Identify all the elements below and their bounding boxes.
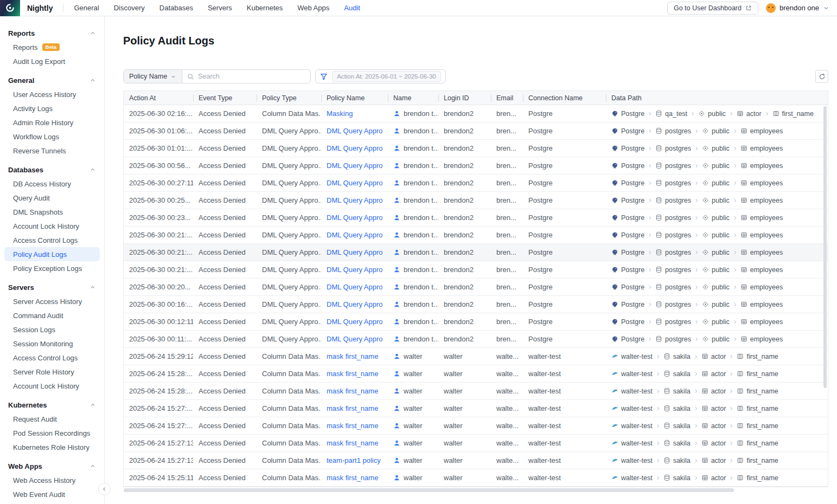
sidebar-item-access-control-logs[interactable]: Access Control Logs [4, 233, 100, 247]
policy-name-link[interactable]: DML Query Appro... [327, 283, 382, 291]
sidebar-item-pod-session-recordings[interactable]: Pod Session Recordings [4, 426, 100, 440]
sidebar-item-query-audit[interactable]: Query Audit [4, 191, 100, 205]
policy-name-link[interactable]: DML Query Appro... [327, 266, 382, 274]
refresh-button[interactable] [815, 70, 828, 83]
nav-discovery[interactable]: Discovery [114, 4, 145, 12]
sidebar-item-access-control-logs[interactable]: Access Control Logs [4, 351, 100, 365]
nav-general[interactable]: General [74, 4, 99, 12]
sidebar-item-db-access-history[interactable]: DB Access History [4, 177, 100, 191]
table-row[interactable]: 2025-06-30 00:27:11 Access Denied DML Qu… [124, 175, 828, 192]
policy-name-link[interactable]: DML Query Appro... [327, 318, 382, 326]
sidebar-item-kubernetes-role-history[interactable]: Kubernetes Role History [4, 440, 100, 454]
sidebar-item-activity-logs[interactable]: Activity Logs [4, 101, 100, 115]
policy-name-link[interactable]: DML Query Appro... [327, 214, 382, 222]
column-header-login-id[interactable]: Login ID [438, 91, 491, 105]
table-row[interactable]: 2025-06-30 00:12:11 Access Denied DML Qu… [124, 313, 828, 331]
table-row[interactable]: 2025-06-24 15:28:... Access Denied Colum… [124, 365, 828, 383]
app-logo[interactable] [0, 0, 20, 16]
sidebar-item-account-lock-history[interactable]: Account Lock History [4, 379, 100, 393]
sidebar-item-account-lock-history[interactable]: Account Lock History [4, 219, 100, 233]
sidebar-section-header-kubernetes[interactable]: Kubernetes [0, 398, 104, 412]
table-row[interactable]: 2025-06-24 15:27:13 Access Denied Column… [124, 435, 828, 452]
nav-web-apps[interactable]: Web Apps [297, 4, 329, 12]
sidebar-item-server-access-history[interactable]: Server Access History [4, 294, 100, 308]
policy-name-link[interactable]: mask first_name [327, 352, 378, 360]
column-header-connection-name[interactable]: Connection Name [523, 91, 606, 105]
table-row[interactable]: 2025-06-30 01:01:... Access Denied DML Q… [124, 140, 828, 157]
sidebar-item-session-monitoring[interactable]: Session Monitoring [4, 337, 100, 351]
policy-name-link[interactable]: mask first_name [327, 370, 378, 378]
sidebar-collapse-button[interactable] [98, 483, 111, 495]
table-row[interactable]: 2025-06-30 00:25... Access Denied DML Qu… [124, 192, 828, 209]
policy-name-link[interactable]: DML Query Appro... [327, 127, 382, 135]
policy-name-link[interactable]: DML Query Appro... [327, 161, 382, 170]
column-header-email[interactable]: Email [491, 91, 523, 105]
column-header-policy-type[interactable]: Policy Type [257, 91, 321, 105]
sidebar-item-user-access-history[interactable]: User Access History [4, 87, 100, 101]
table-row[interactable]: 2025-06-30 00:11:... Access Denied DML Q… [124, 331, 828, 348]
policy-name-link[interactable]: DML Query Appro... [327, 179, 382, 187]
column-header-data-path[interactable]: Data Path [606, 91, 828, 105]
table-row[interactable]: 2025-06-30 00:16:... Access Denied DML Q… [124, 296, 828, 313]
table-row[interactable]: 2025-06-24 15:27:13 Access Denied Column… [124, 452, 828, 469]
column-header-event-type[interactable]: Event Type [193, 91, 257, 105]
sidebar-section-header-reports[interactable]: Reports [0, 26, 104, 40]
policy-name-link[interactable]: mask first_name [327, 474, 378, 482]
policy-name-link[interactable]: DML Query Appro... [327, 231, 382, 239]
policy-name-link[interactable]: mask first_name [327, 439, 378, 447]
sidebar-item-dml-snapshots[interactable]: DML Snapshots [4, 205, 100, 219]
table-row[interactable]: 2025-06-30 00:21:... Access Denied DML Q… [124, 244, 828, 261]
table-row[interactable]: 2025-06-30 00:23... Access Denied DML Qu… [124, 209, 828, 227]
policy-name-link[interactable]: DML Query Appro... [327, 144, 382, 152]
search-field-selector[interactable]: Policy Name [124, 70, 182, 83]
policy-name-link[interactable]: mask first_name [327, 387, 378, 395]
column-header-action-at[interactable]: Action At [124, 91, 193, 105]
policy-name-link[interactable]: mask first_name [327, 422, 378, 430]
sidebar-item-audit-log-export[interactable]: Audit Log Export [4, 54, 100, 68]
column-header-name[interactable]: Name [388, 91, 438, 105]
table-row[interactable]: 2025-06-24 15:28:... Access Denied Colum… [124, 383, 828, 400]
sidebar-item-request-audit[interactable]: Request Audit [4, 412, 100, 426]
table-row[interactable]: 2025-06-30 02:16:... Access Denied Colum… [124, 105, 828, 122]
sidebar-item-admin-role-history[interactable]: Admin Role History [4, 115, 100, 130]
policy-name-link[interactable]: DML Query Appro... [327, 335, 382, 343]
table-row[interactable]: 2025-06-24 15:29:12 Access Denied Column… [124, 348, 828, 365]
policy-name-link[interactable]: DML Query Appro... [327, 248, 382, 256]
table-row[interactable]: 2025-06-30 01:06:... Access Denied DML Q… [124, 122, 828, 140]
sidebar-item-server-role-history[interactable]: Server Role History [4, 365, 100, 379]
sidebar-section-header-general[interactable]: General [0, 73, 104, 87]
sidebar-item-workflow-logs[interactable]: Workflow Logs [4, 130, 100, 144]
nav-databases[interactable]: Databases [159, 4, 193, 12]
policy-name-link[interactable]: Masking [327, 109, 353, 118]
table-row[interactable]: 2025-06-30 00:56... Access Denied DML Qu… [124, 157, 828, 175]
nav-servers[interactable]: Servers [208, 4, 232, 12]
policy-name-link[interactable]: DML Query Appro... [327, 300, 382, 308]
vertical-scrollbar[interactable] [823, 106, 827, 388]
horizontal-scrollbar-thumb[interactable] [124, 488, 734, 492]
table-row[interactable]: 2025-06-30 00:21:... Access Denied DML Q… [124, 261, 828, 279]
sidebar-section-header-web-apps[interactable]: Web Apps [0, 459, 104, 473]
sidebar-item-reverse-tunnels[interactable]: Reverse Tunnels [4, 144, 100, 158]
horizontal-scrollbar[interactable] [123, 488, 828, 492]
nav-audit[interactable]: Audit [344, 4, 360, 12]
column-header-policy-name[interactable]: Policy Name [321, 91, 388, 105]
sidebar-item-web-event-audit[interactable]: Web Event Audit [4, 487, 100, 501]
table-row[interactable]: 2025-06-24 15:25:11 Access Denied Column… [124, 469, 828, 487]
sidebar-item-reports[interactable]: Reports Beta [4, 40, 100, 54]
search-input[interactable] [198, 73, 305, 80]
date-range-filter-chip[interactable]: Action At: 2025-06-01 ~ 2025-06-30 [332, 71, 441, 82]
nav-kubernetes[interactable]: Kubernetes [247, 4, 283, 12]
table-row[interactable]: 2025-06-30 00:21:... Access Denied DML Q… [124, 227, 828, 244]
sidebar-item-policy-exception-logs[interactable]: Policy Exception Logs [4, 261, 100, 275]
table-row[interactable]: 2025-06-24 15:27:... Access Denied Colum… [124, 417, 828, 435]
table-row[interactable]: 2025-06-30 00:20... Access Denied DML Qu… [124, 279, 828, 296]
table-row[interactable]: 2025-06-24 15:27:... Access Denied Colum… [124, 400, 828, 417]
user-menu[interactable]: brendon one [766, 3, 829, 13]
policy-name-link[interactable]: DML Query Appro... [327, 196, 382, 204]
sidebar-section-header-servers[interactable]: Servers [0, 280, 104, 294]
filter-funnel-icon[interactable] [320, 73, 328, 80]
sidebar-item-policy-audit-logs[interactable]: Policy Audit Logs [4, 247, 100, 261]
go-to-user-dashboard-button[interactable]: Go to User Dashboard [667, 2, 758, 15]
sidebar-item-command-audit[interactable]: Command Audit [4, 308, 100, 322]
sidebar-item-session-logs[interactable]: Session Logs [4, 322, 100, 337]
